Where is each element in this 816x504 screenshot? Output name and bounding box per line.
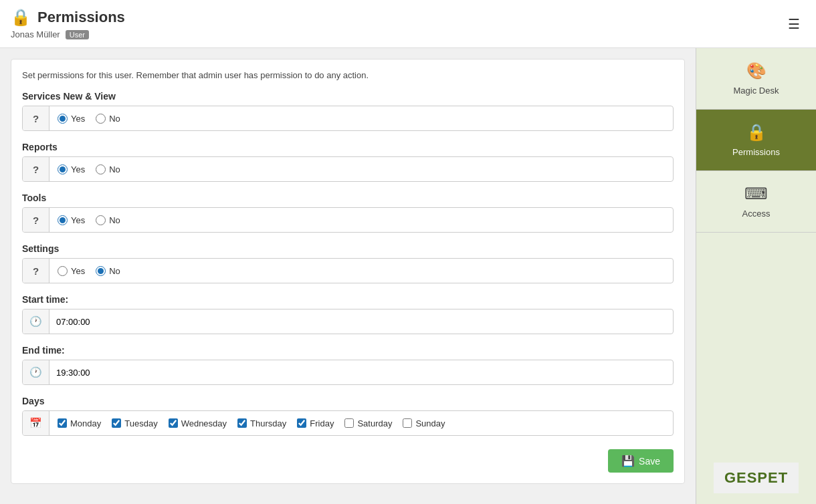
day-thursday[interactable]: Thursday (237, 418, 286, 428)
page-title: Permissions (37, 9, 125, 26)
keyboard-icon: ⌨ (744, 184, 768, 203)
radio-no-reports[interactable]: No (96, 164, 120, 174)
day-saturday[interactable]: Saturday (344, 418, 392, 428)
permission-label-tools: Tools (22, 193, 674, 203)
end-time-icon-button[interactable]: 🕐 (23, 360, 49, 384)
save-icon: 💾 (621, 455, 635, 467)
radio-yes-settings[interactable]: Yes (58, 266, 85, 276)
start-time-group: Start time: 🕐 (22, 294, 674, 334)
help-button-settings[interactable]: ? (23, 259, 49, 283)
days-label: Days (22, 396, 674, 406)
day-tuesday[interactable]: Tuesday (112, 418, 157, 428)
help-button-services[interactable]: ? (23, 106, 49, 130)
sidebar-item-permissions[interactable]: 🔒 Permissions (696, 110, 816, 171)
sidebar-label-magic-desk: Magic Desk (734, 86, 779, 96)
end-time-label: End time: (22, 345, 674, 356)
day-sunday[interactable]: Sunday (403, 418, 445, 428)
end-time-input[interactable] (49, 364, 673, 382)
start-time-input[interactable] (49, 313, 673, 331)
radio-yes-tools[interactable]: Yes (58, 215, 85, 225)
info-text: Set permissions for this user. Remember … (22, 70, 674, 80)
radio-no-services[interactable]: No (96, 114, 120, 124)
permission-group-tools: Tools ? Yes No (22, 193, 674, 233)
save-button[interactable]: 💾 Save (608, 449, 674, 473)
lock-sidebar-icon: 🔒 (746, 123, 767, 142)
palette-icon: 🎨 (746, 61, 767, 80)
help-button-tools[interactable]: ? (23, 208, 49, 232)
permission-label-services: Services New & View (22, 91, 674, 102)
sidebar-item-access[interactable]: ⌨ Access (696, 171, 816, 233)
permission-label-reports: Reports (22, 142, 674, 152)
radio-yes-reports[interactable]: Yes (58, 164, 85, 174)
sidebar-label-access: Access (742, 209, 771, 219)
permission-group-services: Services New & View ? Yes No (22, 91, 674, 131)
right-sidebar: 🎨 Magic Desk 🔒 Permissions ⌨ Access GESP… (696, 48, 816, 504)
user-badge: User (66, 30, 89, 39)
day-wednesday[interactable]: Wednesday (169, 418, 227, 428)
days-group: Days 📅 Monday Tuesday (22, 396, 674, 436)
lock-icon: 🔒 (11, 8, 31, 27)
hamburger-button[interactable]: ☰ (783, 13, 805, 35)
radio-yes-services[interactable]: Yes (58, 114, 85, 124)
end-time-group: End time: 🕐 (22, 345, 674, 385)
radio-no-tools[interactable]: No (96, 215, 120, 225)
sidebar-item-magic-desk[interactable]: 🎨 Magic Desk (696, 48, 816, 110)
radio-no-settings[interactable]: No (96, 266, 120, 276)
start-time-icon-button[interactable]: 🕐 (23, 309, 49, 334)
sidebar-label-permissions: Permissions (732, 147, 780, 157)
permission-label-settings: Settings (22, 243, 674, 254)
day-friday[interactable]: Friday (297, 418, 334, 428)
day-monday[interactable]: Monday (58, 418, 101, 428)
user-name: Jonas Müller (11, 29, 60, 39)
calendar-icon-button[interactable]: 📅 (23, 411, 49, 435)
brand-logo: GESPET (714, 463, 799, 493)
start-time-label: Start time: (22, 294, 674, 305)
permission-group-settings: Settings ? Yes No (22, 243, 674, 283)
help-button-reports[interactable]: ? (23, 157, 49, 181)
permission-group-reports: Reports ? Yes No (22, 142, 674, 182)
